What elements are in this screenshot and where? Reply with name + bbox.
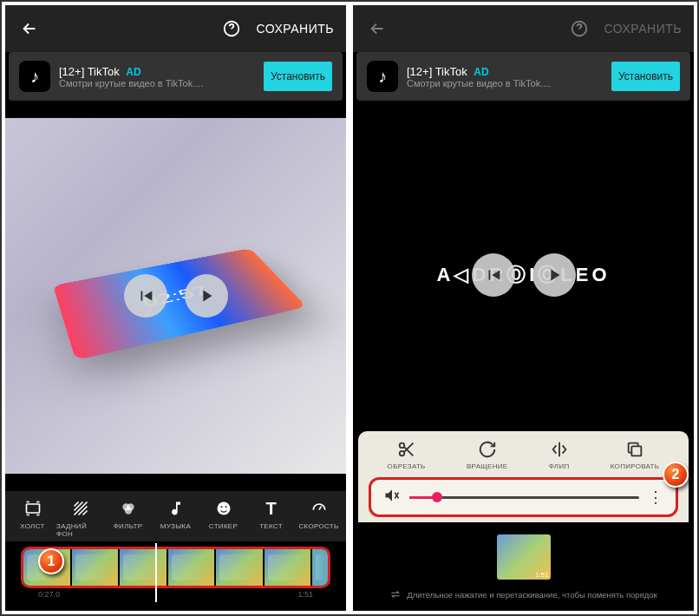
video-preview[interactable]: 02:57 [5,118,346,474]
tool-label: КОПИРОВАТЬ [611,462,660,470]
ad-app-icon: ♪ [19,61,50,92]
tool-label: СКОРОСТЬ [298,522,338,530]
text-icon: T [261,498,282,519]
slider-thumb[interactable] [432,492,442,502]
filter-icon [118,498,139,519]
play-button[interactable] [185,274,228,318]
tool-strip: ХОЛСТ ЗАДНИЙ ФОН ФИЛЬТР МУЗЫКА СТИКЕР T … [5,491,346,541]
tool-label: СТИКЕР [209,522,238,530]
svg-point-4 [124,507,131,514]
tool-text[interactable]: T ТЕКСТ [247,498,295,538]
play-button[interactable] [532,253,576,297]
prev-button[interactable] [124,274,167,318]
tool-label: ЗАДНИЙ ФОН [56,522,104,538]
timeline-thumb[interactable] [120,549,167,586]
speed-icon [309,498,330,519]
edit-tools: ОБРЕЗАТЬ ВРАЩЕНИЕ ФЛИП КОПИРОВАТЬ [358,440,689,477]
header: СОХРАНИТЬ [353,5,694,52]
back-button[interactable] [17,16,42,41]
help-icon[interactable] [567,16,591,41]
tool-label: МУЗЫКА [160,522,191,530]
tool-label: ВРАЩЕНИЕ [467,462,508,470]
hint-text: Длительное нажатие и перетаскивание, что… [407,590,657,600]
timecode-start: 0:27.0 [38,590,60,599]
clip-list: 1:51 [353,534,694,580]
ad-subtitle: Смотри крутые видео в TikTok.... [407,78,603,88]
svg-rect-11 [631,446,641,455]
phone-left: СОХРАНИТЬ ♪ [12+] TikTok AD Смотри круты… [5,5,346,611]
tool-label: ФИЛЬТР [114,522,143,530]
tool-trim[interactable]: ОБРЕЗАТЬ [388,440,426,470]
help-icon[interactable] [219,16,244,41]
ad-title: [12+] TikTok [407,65,467,78]
clip-thumb[interactable]: 1:51 [497,534,551,580]
music-icon [166,498,186,519]
svg-point-5 [217,502,230,515]
prev-button[interactable] [472,253,515,297]
ad-subtitle: Смотри крутые видео в TikTok.... [59,78,255,88]
annotation-marker-1: 1 [38,548,64,574]
tool-canvas[interactable]: ХОЛСТ [9,498,56,538]
tool-sticker[interactable]: СТИКЕР [199,498,247,538]
svg-point-7 [225,506,226,508]
ad-badge: AD [474,66,488,78]
phone-right: СОХРАНИТЬ ♪ [12+] TikTok AD Смотри круты… [353,5,694,611]
tool-label: ХОЛСТ [20,522,44,530]
timeline-thumb[interactable] [72,549,119,586]
back-button[interactable] [365,16,389,41]
svg-point-6 [220,506,222,508]
tool-music[interactable]: МУЗЫКА [152,498,199,538]
video-preview[interactable]: A◁DRⓄIⓄLEO [353,118,694,431]
timeline-thumb[interactable] [216,549,263,586]
ad-title: [12+] TikTok [59,65,120,78]
clip-edit-panel: ОБРЕЗАТЬ ВРАЩЕНИЕ ФЛИП КОПИРОВАТЬ [358,431,689,522]
save-button: СОХРАНИТЬ [604,22,682,36]
header: СОХРАНИТЬ [5,5,346,52]
sticker-icon [213,498,234,519]
reorder-hint: Длительное нажатие и перетаскивание, что… [353,585,694,611]
mute-icon[interactable] [383,487,401,508]
swap-icon [389,588,402,600]
ad-badge: AD [126,66,140,78]
ad-text: [12+] TikTok AD Смотри крутые видео в Ti… [407,65,603,88]
more-button[interactable]: ⋮ [648,489,663,505]
save-button[interactable]: СОХРАНИТЬ [256,22,334,36]
timeline-thumb[interactable] [265,549,311,586]
tool-copy[interactable]: КОПИРОВАТЬ [611,440,660,470]
ad-install-button[interactable]: Установить [611,62,680,91]
svg-rect-1 [26,504,39,513]
tool-filter[interactable]: ФИЛЬТР [104,498,152,538]
ad-banner[interactable]: ♪ [12+] TikTok AD Смотри крутые видео в … [9,52,343,101]
ad-text: [12+] TikTok AD Смотри крутые видео в Ti… [59,65,255,88]
background-icon [70,498,91,519]
timeline-thumb[interactable] [168,549,215,586]
volume-row: ⋮ [369,477,678,517]
ad-app-icon: ♪ [367,61,398,92]
playback-controls [472,253,576,297]
timecode-end: 1:51 [297,590,313,599]
playback-controls [124,274,228,318]
annotation-marker-2: 2 [663,462,689,488]
tool-rotate[interactable]: ВРАЩЕНИЕ [467,440,508,470]
playhead[interactable] [155,543,157,602]
timeline-thumb[interactable] [312,549,328,586]
tool-label: ОБРЕЗАТЬ [388,462,426,470]
ad-banner[interactable]: ♪ [12+] TikTok AD Смотри крутые видео в … [356,52,690,101]
tool-background[interactable]: ЗАДНИЙ ФОН [56,498,104,538]
tool-speed[interactable]: СКОРОСТЬ [295,498,343,538]
tool-label: ТЕКСТ [259,522,283,530]
clip-duration: 1:51 [535,571,549,579]
ad-install-button[interactable]: Установить [264,62,332,91]
canvas-icon [23,498,43,519]
volume-slider[interactable] [409,496,639,499]
tool-label: ФЛИП [549,462,570,470]
tool-flip[interactable]: ФЛИП [549,440,570,470]
